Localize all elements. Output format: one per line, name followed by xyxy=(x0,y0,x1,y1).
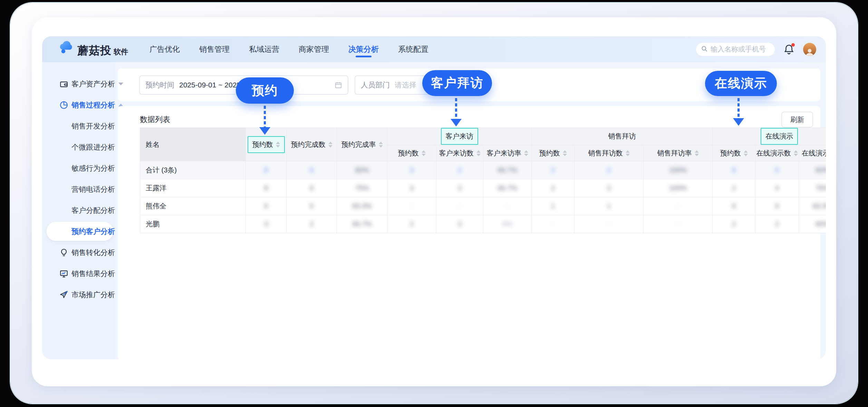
topnav-item-广告优化[interactable]: 广告优化 xyxy=(150,36,180,62)
sidebar-item-营销电话分析[interactable]: 营销电话分析 xyxy=(42,179,115,200)
department-label: 人员部门 xyxy=(361,80,390,90)
top-bar: 蘑菇投 软件 广告优化销售管理私域运营商家管理决策分析系统配置 输入名称或手机号 xyxy=(42,36,826,62)
data-cell: 2 xyxy=(575,179,644,197)
sidebar-item-敏感行为分析[interactable]: 敏感行为分析 xyxy=(42,158,115,179)
data-cell: 2 xyxy=(755,215,799,233)
data-cell: 1 xyxy=(575,197,644,215)
sort-icon[interactable] xyxy=(276,142,280,148)
data-cell: - xyxy=(532,215,575,233)
search-input[interactable]: 输入名称或手机号 xyxy=(696,43,775,56)
callout-customer-visit-arrow-icon xyxy=(451,119,462,126)
data-cell: 5 xyxy=(755,197,799,215)
data-cell: 2 xyxy=(713,179,755,197)
plane-icon xyxy=(59,290,68,299)
data-cell: 75% xyxy=(799,179,826,197)
column-label: 预约数 xyxy=(398,149,419,158)
row-name: 光鹏 xyxy=(140,215,246,233)
column-header-客户来访数[interactable]: 客户来访数 xyxy=(436,145,483,161)
sidebar-item-市场推广分析[interactable]: 市场推广分析 xyxy=(42,284,115,305)
column-header-客户来访率[interactable]: 客户来访率 xyxy=(483,145,532,161)
sidebar-item-客户资产分析[interactable]: 客户资产分析 xyxy=(42,73,115,94)
sidebar-item-销售结果分析[interactable]: 销售结果分析 xyxy=(42,263,115,284)
column-header-预约数[interactable]: 预约数 xyxy=(532,145,575,161)
column-label: 预约数 xyxy=(720,149,741,158)
topnav-item-私域运营[interactable]: 私域运营 xyxy=(249,36,279,62)
date-field-label: 预约时间 xyxy=(145,80,174,90)
sidebar-item-销售过程分析[interactable]: 销售过程分析 xyxy=(42,94,115,115)
callout-customer-visit-bubble: 客户拜访 xyxy=(422,70,492,96)
bulb-icon xyxy=(59,248,68,257)
data-cell: - xyxy=(387,197,436,215)
sidebar-item-个微跟进分析[interactable]: 个微跟进分析 xyxy=(42,136,115,158)
table-row-光鹏: 光鹏3266.7%220%---2260% xyxy=(140,215,826,233)
group-header-客户来访: 客户来访 xyxy=(387,128,532,145)
chevron-down-icon xyxy=(118,83,123,85)
row-name: 熊伟全 xyxy=(140,197,246,215)
column-label: 客户来访数 xyxy=(439,149,474,158)
sort-icon[interactable] xyxy=(563,150,567,156)
sort-icon[interactable] xyxy=(524,150,528,156)
main-content: 预约时间 2025-09-01 ~ 2025-10-14 xyxy=(115,62,826,359)
sidebar-item-label: 客户资产分析 xyxy=(71,79,115,89)
user-avatar[interactable] xyxy=(803,43,816,56)
column-header-在线演示数[interactable]: 在线演示数 xyxy=(755,145,799,161)
column-header-预约完成数[interactable]: 预约完成数 xyxy=(287,128,337,161)
sort-icon[interactable] xyxy=(476,150,481,156)
table-row-熊伟全: 熊伟全6583.3%---11-6583.3% xyxy=(140,197,826,215)
sidebar-item-销售开发分析[interactable]: 销售开发分析 xyxy=(42,115,115,136)
data-cell: - xyxy=(436,197,483,215)
column-label: 销售拜访数 xyxy=(588,149,623,158)
highlight-box: 客户来访 xyxy=(441,128,478,145)
monitor-icon xyxy=(59,269,68,278)
wallet-icon xyxy=(59,79,68,88)
sort-icon[interactable] xyxy=(328,142,332,148)
callout-appointment-arrow-icon xyxy=(259,127,270,135)
data-cell: - xyxy=(644,197,713,215)
highlight-box: 预约数 xyxy=(248,136,285,153)
data-cell: 2 xyxy=(713,215,755,233)
column-header-预约数[interactable]: 预约数 xyxy=(387,145,436,161)
screenshot-stage: 蘑菇投 软件 广告优化销售管理私域运营商家管理决策分析系统配置 输入名称或手机号 xyxy=(0,0,868,407)
column-header-在线演示率[interactable]: 在线演示率 xyxy=(799,145,826,161)
data-cell: 66.7% xyxy=(483,179,532,197)
callout-online-demo-arrow-icon xyxy=(733,118,744,126)
column-header-预约数[interactable]: 预约数 xyxy=(713,145,755,161)
column-header-name: 姓名 xyxy=(140,128,246,161)
sort-icon[interactable] xyxy=(744,150,748,156)
row-name: 王露洋 xyxy=(140,179,246,197)
sidebar-item-label: 个微跟进分析 xyxy=(71,142,115,152)
refresh-button[interactable]: 刷新 xyxy=(781,112,813,127)
data-cell: 6 xyxy=(287,161,337,179)
topnav-item-系统配置[interactable]: 系统配置 xyxy=(398,36,428,62)
sidebar-item-label: 客户分配分析 xyxy=(71,206,115,215)
topnav-item-决策分析[interactable]: 决策分析 xyxy=(348,36,379,62)
column-label: 预约完成数 xyxy=(291,140,326,149)
panel-title: 数据列表 xyxy=(140,114,170,125)
column-header-销售拜访率[interactable]: 销售拜访率 xyxy=(644,145,713,161)
sidebar-item-销售转化分析[interactable]: 销售转化分析 xyxy=(42,242,115,263)
sidebar-item-预约客户分析[interactable]: 预约客户分析 xyxy=(42,221,115,242)
sidebar-item-label: 销售转化分析 xyxy=(71,248,115,257)
callout-online-demo-bubble: 在线演示 xyxy=(705,71,777,96)
data-cell: 3 xyxy=(387,161,436,179)
data-cell: 2 xyxy=(532,179,575,197)
sidebar-item-客户分配分析[interactable]: 客户分配分析 xyxy=(42,200,115,221)
data-cell: - xyxy=(575,215,644,233)
group-label: 销售拜访 xyxy=(608,132,636,140)
data-cell: 83% xyxy=(799,161,826,179)
data-cell: 80% xyxy=(337,161,387,179)
topnav-item-商家管理[interactable]: 商家管理 xyxy=(299,36,329,62)
topnav-item-销售管理[interactable]: 销售管理 xyxy=(199,36,230,62)
column-header-预约完成率[interactable]: 预约完成率 xyxy=(337,128,387,161)
top-navigation: 广告优化销售管理私域运营商家管理决策分析系统配置 xyxy=(150,36,428,62)
sort-icon[interactable] xyxy=(695,150,699,156)
data-table: 姓名预约数预约完成数预约完成率客户来访销售拜访在线演示预约数客户来访数客户来访率… xyxy=(140,127,826,233)
unread-badge xyxy=(791,43,795,47)
sort-icon[interactable] xyxy=(422,150,426,156)
sort-icon[interactable] xyxy=(626,150,630,156)
notification-bell-icon[interactable] xyxy=(784,44,794,55)
panel-header: 数据列表 刷新 xyxy=(140,106,813,127)
column-header-销售拜访数[interactable]: 销售拜访数 xyxy=(575,145,644,161)
sort-icon[interactable] xyxy=(794,150,798,156)
sort-icon[interactable] xyxy=(379,142,383,148)
